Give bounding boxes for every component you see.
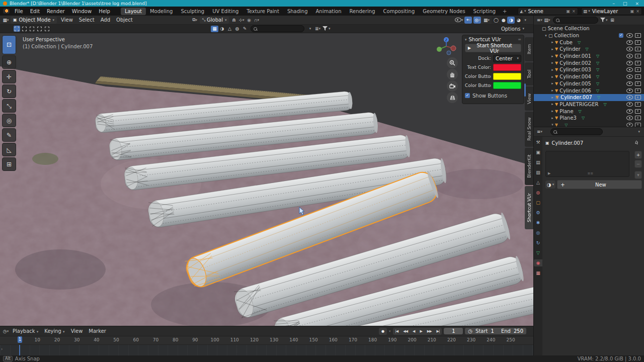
panel-grip-icon[interactable]: ≡ bbox=[518, 37, 521, 42]
gizmo-x-axis[interactable] bbox=[451, 46, 456, 51]
disable-in-renders-camera-icon[interactable] bbox=[635, 116, 641, 120]
editor-type-icon[interactable]: ▦▾ bbox=[2, 17, 10, 24]
outliner-row-cylinder-002[interactable]: ▸▼ Cylinder.002 ▽ bbox=[534, 59, 644, 66]
world-properties-icon[interactable]: ◍ bbox=[534, 189, 542, 196]
add-cube-tool[interactable]: ⊞ bbox=[2, 157, 16, 171]
scene-properties-icon[interactable]: △ bbox=[534, 179, 542, 186]
start-value[interactable]: 1 bbox=[491, 328, 494, 334]
disable-in-renders-camera-icon[interactable] bbox=[635, 88, 641, 93]
modifier-properties-icon[interactable]: ⚙ bbox=[534, 209, 542, 216]
expander-icon[interactable]: ▸ bbox=[550, 47, 555, 51]
outliner-row[interactable]: ▾▼ ▽ bbox=[534, 122, 644, 127]
tool-properties-icon[interactable]: ⚒ bbox=[534, 139, 542, 146]
select-mode-invert-icon[interactable] bbox=[36, 26, 43, 32]
outliner-row-cylinder-006[interactable]: ▸▼ Cylinder.006 ▽ bbox=[534, 87, 644, 94]
properties-search-input[interactable] bbox=[550, 128, 603, 135]
outliner-row-cylinder-004[interactable]: ▸▼ Cylinder.004 ▽ bbox=[534, 73, 644, 80]
expander-icon[interactable]: ▸ bbox=[550, 68, 555, 72]
viewport-menu-object[interactable]: Object bbox=[113, 17, 136, 23]
material-preview-shading-icon[interactable]: ◑ bbox=[507, 17, 515, 24]
particle-properties-icon[interactable]: ✱ bbox=[534, 219, 542, 226]
hide-in-viewport-eye-icon[interactable] bbox=[626, 109, 633, 114]
unlink-scene-icon[interactable]: × bbox=[571, 9, 577, 14]
jump-to-start-button[interactable]: |◀ bbox=[393, 329, 401, 333]
sidebar-tab-shortcut-vur[interactable]: Shortcut VUr bbox=[525, 186, 533, 229]
hide-in-viewport-eye-icon[interactable] bbox=[626, 61, 633, 65]
snap-magnet-icon[interactable]: ⋒ bbox=[230, 17, 237, 24]
cursor-tool[interactable]: ⊕ bbox=[2, 55, 16, 69]
solid-shading-icon[interactable]: ● bbox=[500, 17, 507, 24]
outliner-row-collection[interactable]: ▾▢ Collection ✓ bbox=[534, 32, 644, 39]
outliner-row-cylinder-003[interactable]: ▸▼ Cylinder.003 ▽ bbox=[534, 66, 644, 73]
play-button[interactable]: ▶ bbox=[417, 329, 424, 333]
annotate-tool[interactable]: ✎ bbox=[2, 128, 16, 142]
proportional-editing-icon[interactable]: ◉ bbox=[245, 17, 253, 24]
workspace-tab-compositing[interactable]: Compositing bbox=[379, 8, 419, 15]
menu-edit[interactable]: Edit bbox=[27, 9, 43, 14]
object-properties-icon[interactable]: ▢ bbox=[534, 199, 542, 206]
expander-icon[interactable]: ▸ bbox=[550, 75, 555, 79]
timeline-menu-view[interactable]: View bbox=[68, 328, 86, 334]
outliner-filter-funnel-icon[interactable] bbox=[600, 18, 606, 23]
hide-in-viewport-eye-icon[interactable] bbox=[626, 116, 633, 120]
view-layer-properties-icon[interactable]: ▧ bbox=[534, 169, 542, 176]
slot-expander-icon[interactable]: ▶ bbox=[548, 171, 550, 175]
timeline-menu-marker[interactable]: Marker bbox=[86, 328, 109, 334]
add-material-slot-button[interactable]: + bbox=[634, 151, 642, 159]
minimize-button[interactable]: – bbox=[612, 1, 615, 6]
orientation-dropdown[interactable]: ⤡ Global▾ bbox=[200, 17, 229, 24]
hide-in-viewport-eye-icon[interactable] bbox=[626, 54, 633, 58]
disable-in-renders-camera-icon[interactable] bbox=[635, 33, 641, 38]
browse-material-icon[interactable]: ◑▾ bbox=[545, 180, 555, 189]
render-properties-icon[interactable]: ▣ bbox=[534, 149, 542, 156]
color-swatch[interactable] bbox=[493, 64, 521, 71]
select-mode-extend-icon[interactable] bbox=[21, 26, 28, 32]
outliner-row-cylinder-007[interactable]: ▸▼ Cylinder.007 ▽ bbox=[534, 94, 644, 101]
viewport-3d[interactable]: User Perspective (1) Collection | Cylind… bbox=[0, 33, 533, 326]
transform-pivot-icon[interactable]: ⧉▾ bbox=[191, 17, 199, 24]
play-reverse-button[interactable]: ◀ bbox=[410, 329, 417, 333]
timeline-tracks[interactable]: › bbox=[0, 345, 533, 356]
slot-resize-grip[interactable]: ≡≡ bbox=[588, 171, 594, 175]
new-material-button[interactable]: + New bbox=[557, 180, 642, 189]
output-properties-icon[interactable]: ▤ bbox=[534, 159, 542, 166]
camera-view-icon[interactable] bbox=[447, 80, 458, 92]
expander-icon[interactable]: ▸ bbox=[550, 102, 555, 106]
options-dropdown[interactable]: Options▾ bbox=[501, 26, 524, 32]
scene-selector[interactable]: ◭▾ Scene ▣ × bbox=[518, 8, 578, 15]
new-viewlayer-icon[interactable]: ▣ bbox=[629, 9, 635, 14]
disable-in-renders-camera-icon[interactable] bbox=[635, 74, 641, 79]
x-ray-toggle-icon[interactable]: ▦▾ bbox=[482, 17, 490, 24]
expander-icon[interactable]: ▾ bbox=[543, 34, 548, 38]
transform-tool[interactable]: ◎ bbox=[2, 114, 16, 127]
sidebar-scrollbar[interactable] bbox=[524, 83, 526, 97]
dock-dropdown[interactable]: Center ▾ bbox=[493, 55, 521, 62]
menu-window[interactable]: Window bbox=[68, 9, 95, 14]
blenderkit-hdr-icon[interactable]: ◍ bbox=[233, 26, 241, 32]
menu-render[interactable]: Render bbox=[43, 9, 68, 14]
outliner-search-input[interactable] bbox=[553, 17, 598, 24]
viewport-menu-select[interactable]: Select bbox=[76, 17, 98, 23]
hide-in-viewport-eye-icon[interactable] bbox=[626, 88, 633, 93]
outliner-display-mode-icon[interactable]: ≡▾ bbox=[536, 17, 543, 24]
sidebar-tab-view[interactable]: View bbox=[525, 86, 533, 111]
hide-in-viewport-eye-icon[interactable] bbox=[626, 40, 633, 45]
new-collection-icon[interactable]: ⊞ bbox=[609, 17, 616, 24]
new-scene-icon[interactable]: ▣ bbox=[565, 9, 571, 14]
navigation-gizmo[interactable]: Z bbox=[435, 36, 458, 56]
disable-in-renders-camera-icon[interactable] bbox=[635, 61, 641, 65]
disable-in-renders-camera-icon[interactable] bbox=[635, 123, 641, 127]
blenderkit-filter-funnel-icon[interactable] bbox=[323, 26, 328, 31]
mode-dropdown[interactable]: ▣ Object Mode▾ bbox=[11, 17, 57, 24]
expander-icon[interactable]: ▸ bbox=[550, 116, 555, 120]
workspace-tab-geometry-nodes[interactable]: Geometry Nodes bbox=[419, 8, 469, 15]
auto-keying-record-icon[interactable]: ● bbox=[379, 328, 387, 335]
start-shortcut-vur-button[interactable]: ▶ Start Shortcut VUr bbox=[465, 44, 521, 52]
blenderkit-dropdown-icon[interactable]: ▾ bbox=[306, 25, 314, 32]
outliner-filter-type-icon[interactable]: ▤▾ bbox=[543, 17, 551, 24]
wireframe-shading-icon[interactable]: ◯ bbox=[492, 17, 500, 24]
timeline-ruler[interactable]: 1102030405060708090100110120130140150160… bbox=[0, 336, 533, 345]
outliner-row-cylinder-005[interactable]: ▸▼ Cylinder.005 ▽ bbox=[534, 80, 644, 87]
material-slots-list[interactable]: ▶ ≡≡ bbox=[545, 151, 629, 177]
physics-properties-icon[interactable]: ◎ bbox=[534, 229, 542, 236]
